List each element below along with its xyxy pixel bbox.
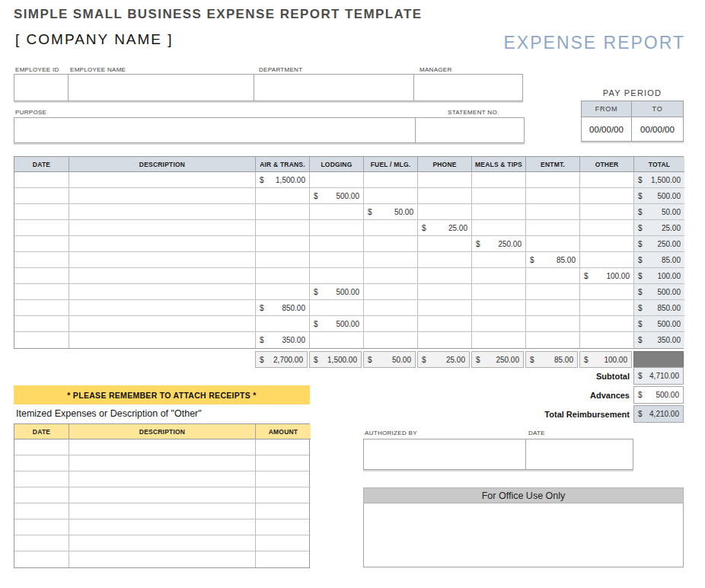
amount-cell[interactable] — [364, 300, 418, 316]
amount-cell[interactable] — [256, 284, 310, 300]
amount-cell[interactable] — [472, 332, 526, 348]
amount-cell[interactable] — [418, 316, 472, 332]
pay-period-to-value[interactable]: 00/00/00 — [632, 117, 683, 141]
amount-cell[interactable] — [256, 487, 311, 503]
amount-cell[interactable] — [256, 551, 311, 567]
amount-cell[interactable]: $500.00 — [310, 188, 364, 204]
amount-cell[interactable] — [472, 204, 526, 220]
amount-cell[interactable] — [418, 172, 472, 188]
amount-cell[interactable] — [256, 503, 311, 519]
authorized-by-field[interactable] — [363, 439, 526, 470]
amount-cell[interactable] — [580, 300, 634, 316]
amount-cell[interactable] — [526, 268, 580, 284]
amount-cell[interactable] — [310, 300, 364, 316]
description-cell[interactable] — [69, 439, 256, 455]
amount-cell[interactable] — [580, 188, 634, 204]
amount-cell[interactable] — [472, 172, 526, 188]
amount-cell[interactable] — [310, 220, 364, 236]
amount-cell[interactable] — [364, 236, 418, 252]
amount-cell[interactable] — [580, 252, 634, 268]
date-cell[interactable] — [14, 236, 69, 252]
advances-value[interactable]: $ 500.00 — [633, 386, 684, 404]
amount-cell[interactable]: $85.00 — [526, 252, 580, 268]
amount-cell[interactable] — [256, 220, 310, 236]
amount-cell[interactable] — [580, 284, 634, 300]
description-cell[interactable] — [69, 519, 256, 535]
description-cell[interactable] — [69, 188, 256, 204]
amount-cell[interactable] — [580, 220, 634, 236]
description-cell[interactable] — [69, 268, 256, 284]
amount-cell[interactable]: $1,500.00 — [256, 172, 310, 188]
amount-cell[interactable]: $25.00 — [418, 220, 472, 236]
employee-id-field[interactable] — [14, 74, 69, 101]
amount-cell[interactable] — [472, 252, 526, 268]
amount-cell[interactable] — [418, 300, 472, 316]
amount-cell[interactable] — [364, 252, 418, 268]
amount-cell[interactable] — [256, 268, 310, 284]
date-cell[interactable] — [14, 300, 69, 316]
amount-cell[interactable] — [472, 284, 526, 300]
amount-cell[interactable] — [256, 188, 310, 204]
date-cell[interactable] — [14, 220, 69, 236]
amount-cell[interactable] — [364, 284, 418, 300]
amount-cell[interactable] — [364, 268, 418, 284]
date-cell[interactable] — [14, 487, 69, 503]
amount-cell[interactable] — [418, 188, 472, 204]
amount-cell[interactable] — [364, 316, 418, 332]
date-cell[interactable] — [14, 188, 69, 204]
amount-cell[interactable] — [580, 316, 634, 332]
date-cell[interactable] — [14, 535, 69, 551]
amount-cell[interactable] — [256, 455, 311, 471]
amount-cell[interactable] — [472, 316, 526, 332]
amount-cell[interactable] — [526, 188, 580, 204]
date-cell[interactable] — [14, 316, 69, 332]
description-cell[interactable] — [69, 204, 256, 220]
amount-cell[interactable] — [472, 220, 526, 236]
amount-cell[interactable] — [364, 172, 418, 188]
purpose-field[interactable] — [14, 117, 416, 143]
amount-cell[interactable] — [526, 204, 580, 220]
amount-cell[interactable] — [526, 332, 580, 348]
date-cell[interactable] — [14, 519, 69, 535]
company-name[interactable]: [ COMPANY NAME ] — [15, 31, 174, 48]
amount-cell[interactable] — [526, 300, 580, 316]
date-cell[interactable] — [14, 252, 69, 268]
amount-cell[interactable]: $350.00 — [256, 332, 310, 348]
description-cell[interactable] — [69, 220, 256, 236]
amount-cell[interactable] — [364, 332, 418, 348]
amount-cell[interactable] — [418, 252, 472, 268]
amount-cell[interactable] — [580, 332, 634, 348]
amount-cell[interactable] — [310, 236, 364, 252]
description-cell[interactable] — [69, 471, 256, 487]
amount-cell[interactable] — [472, 268, 526, 284]
amount-cell[interactable] — [256, 535, 311, 551]
date-cell[interactable] — [14, 284, 69, 300]
amount-cell[interactable] — [256, 204, 310, 220]
description-cell[interactable] — [69, 284, 256, 300]
amount-cell[interactable] — [310, 204, 364, 220]
date-cell[interactable] — [14, 172, 69, 188]
amount-cell[interactable]: $500.00 — [310, 316, 364, 332]
date-cell[interactable] — [14, 268, 69, 284]
date-cell[interactable] — [14, 503, 69, 519]
date-cell[interactable] — [14, 439, 69, 455]
date-cell[interactable] — [14, 551, 69, 567]
amount-cell[interactable] — [526, 316, 580, 332]
amount-cell[interactable] — [364, 188, 418, 204]
description-cell[interactable] — [69, 316, 256, 332]
amount-cell[interactable] — [418, 284, 472, 300]
description-cell[interactable] — [69, 455, 256, 471]
amount-cell[interactable]: $100.00 — [580, 268, 634, 284]
amount-cell[interactable] — [256, 471, 311, 487]
description-cell[interactable] — [69, 300, 256, 316]
amount-cell[interactable] — [580, 204, 634, 220]
amount-cell[interactable] — [418, 204, 472, 220]
department-field[interactable] — [254, 74, 414, 101]
amount-cell[interactable] — [256, 236, 310, 252]
description-cell[interactable] — [69, 535, 256, 551]
amount-cell[interactable] — [310, 172, 364, 188]
date-cell[interactable] — [14, 332, 69, 348]
amount-cell[interactable] — [418, 236, 472, 252]
amount-cell[interactable] — [364, 220, 418, 236]
amount-cell[interactable] — [526, 172, 580, 188]
